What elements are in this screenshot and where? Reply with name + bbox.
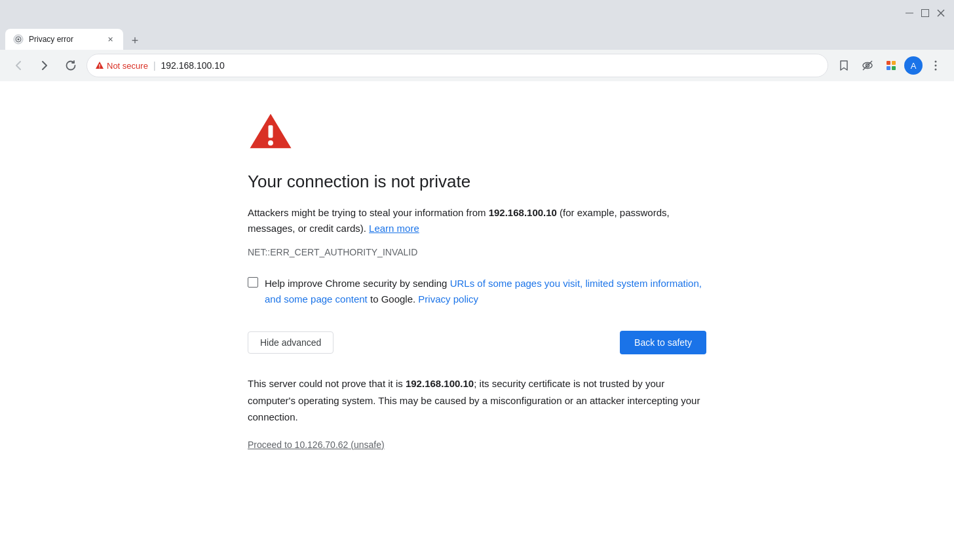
svg-point-21 (268, 140, 273, 145)
not-secure-badge: Not secure (95, 61, 148, 71)
close-button[interactable] (936, 8, 946, 18)
checkbox-label-suffix: to Google. (368, 293, 415, 305)
url-divider: | (153, 60, 156, 71)
maximize-button[interactable] (920, 8, 930, 18)
back-to-safety-button[interactable]: Back to safety (620, 331, 706, 354)
improve-security-checkbox[interactable] (248, 277, 258, 288)
svg-point-8 (99, 67, 100, 68)
tab-close-button[interactable]: ✕ (105, 34, 115, 45)
svg-rect-13 (892, 61, 896, 65)
extensions-button[interactable] (881, 55, 902, 76)
active-tab[interactable]: Privacy error ✕ (5, 29, 123, 50)
proceed-link[interactable]: Proceed to 10.126.70.62 (unsafe) (248, 439, 385, 450)
svg-rect-7 (99, 64, 100, 67)
browser-chrome: Privacy error ✕ + (0, 0, 954, 81)
refresh-button[interactable] (60, 55, 81, 76)
svg-rect-1 (922, 10, 929, 17)
tabs-bar: Privacy error ✕ + (0, 26, 954, 50)
new-tab-button[interactable]: + (126, 31, 144, 50)
bookmark-button[interactable] (833, 55, 854, 76)
error-desc-prefix: Attackers might be trying to steal your … (248, 207, 489, 218)
profile-button[interactable]: A (904, 56, 923, 75)
svg-rect-20 (269, 125, 273, 138)
page-content: Your connection is not private Attackers… (0, 81, 954, 560)
error-container: Your connection is not private Attackers… (235, 107, 719, 534)
advanced-desc-ip: 192.168.100.10 (406, 378, 474, 389)
warning-icon-wrap (248, 107, 706, 156)
advanced-description: This server could not prove that it is 1… (248, 375, 706, 426)
error-title: Your connection is not private (248, 172, 706, 192)
svg-point-18 (935, 69, 937, 71)
toolbar-right: A (833, 55, 946, 76)
menu-button[interactable] (925, 55, 946, 76)
hide-advanced-button[interactable]: Hide advanced (248, 331, 334, 354)
minimize-button[interactable] (904, 8, 915, 18)
learn-more-link[interactable]: Learn more (369, 223, 419, 234)
svg-rect-14 (887, 66, 890, 70)
forward-button[interactable] (34, 55, 55, 76)
svg-point-17 (935, 65, 937, 67)
extension-eye-button[interactable] (857, 55, 878, 76)
url-text: 192.168.100.10 (161, 60, 225, 71)
tab-favicon (13, 34, 24, 45)
address-bar: Not secure | 192.168.100.10 (0, 50, 954, 81)
checkbox-row: Help improve Chrome security by sending … (248, 276, 706, 307)
window-controls (904, 8, 946, 18)
svg-rect-0 (906, 13, 913, 14)
svg-point-6 (18, 39, 20, 41)
url-bar[interactable]: Not secure | 192.168.100.10 (86, 54, 828, 77)
warning-triangle-icon (248, 107, 294, 153)
svg-rect-15 (892, 66, 896, 70)
advanced-desc-prefix: This server could not prove that it is (248, 378, 406, 389)
error-ip: 192.168.100.10 (489, 207, 557, 218)
checkbox-label-prefix: Help improve Chrome security by sending (265, 278, 450, 289)
privacy-policy-link[interactable]: Privacy policy (418, 293, 478, 305)
error-code: NET::ERR_CERT_AUTHORITY_INVALID (248, 247, 706, 257)
back-button[interactable] (8, 55, 29, 76)
checkbox-label: Help improve Chrome security by sending … (265, 276, 706, 307)
svg-rect-12 (887, 61, 890, 65)
not-secure-label: Not secure (107, 61, 148, 71)
buttons-row: Hide advanced Back to safety (248, 331, 706, 354)
svg-point-16 (935, 61, 937, 63)
title-bar (0, 0, 954, 26)
error-description: Attackers might be trying to steal your … (248, 205, 706, 236)
tab-title: Privacy error (29, 35, 100, 44)
